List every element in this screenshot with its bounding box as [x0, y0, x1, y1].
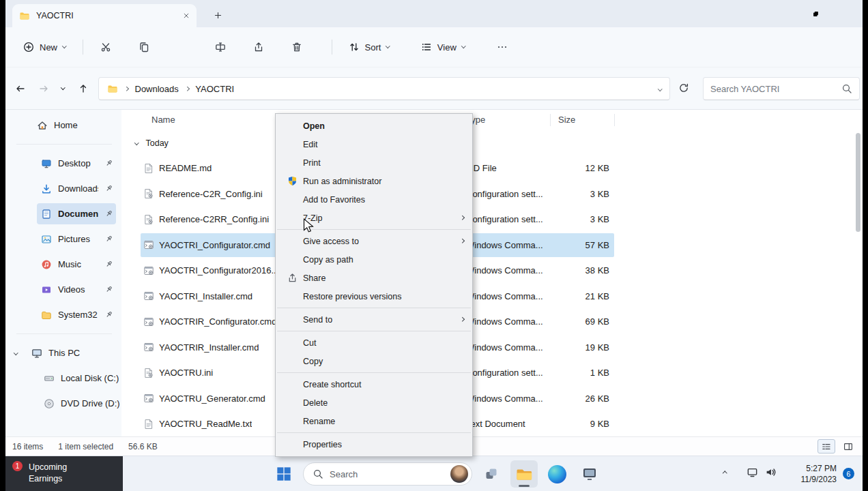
taskbar-clock[interactable]: 5:27 PM 11/9/2023: [801, 463, 837, 485]
file-name: README.md: [159, 155, 212, 181]
paste-button[interactable]: [169, 35, 195, 59]
app-taskbar-button[interactable]: [576, 460, 603, 488]
sidebar-item-system32[interactable]: System32: [5, 302, 121, 327]
hidden-icons-chevron-icon[interactable]: [723, 471, 727, 475]
column-separator[interactable]: [550, 114, 551, 126]
context-menu-item-open[interactable]: Open: [276, 117, 472, 135]
sidebar-item-videos[interactable]: Videos: [5, 277, 121, 302]
menu-item-label: Run as administrator: [303, 177, 381, 186]
file-row[interactable]: YAOCTRI_Installer.cmd Windows Comma... 2…: [121, 284, 863, 310]
taskbar-search[interactable]: Search: [303, 462, 472, 486]
context-menu-item-send-to[interactable]: Send to: [276, 310, 472, 329]
new-button-label: New: [40, 42, 57, 53]
more-options-button[interactable]: [489, 35, 515, 59]
column-header-name[interactable]: Name: [151, 110, 175, 130]
context-menu-item-properties[interactable]: Properties: [276, 435, 472, 453]
search-box[interactable]: [703, 77, 860, 100]
sidebar-item-local-disk-c[interactable]: Local Disk (C:): [5, 366, 121, 391]
context-menu-item-copy[interactable]: Copy: [276, 352, 472, 370]
sidebar-item-music[interactable]: Music: [5, 252, 121, 277]
sidebar-item-desktop[interactable]: Desktop: [5, 151, 121, 176]
delete-button[interactable]: [284, 35, 310, 59]
notification-count-badge[interactable]: 6: [843, 468, 854, 479]
sidebar-item-documents[interactable]: Documents: [5, 201, 121, 226]
share-button[interactable]: [246, 35, 272, 59]
view-button[interactable]: View: [414, 35, 472, 59]
copy-button[interactable]: [131, 35, 157, 59]
rename-button[interactable]: [207, 35, 233, 59]
vertical-scrollbar[interactable]: [856, 115, 860, 430]
context-menu-item-add-to-favorites[interactable]: Add to Favorites: [276, 190, 472, 209]
restore-button[interactable]: [800, 0, 831, 27]
expand-chevron-icon[interactable]: [14, 351, 18, 355]
details-view-button[interactable]: [818, 439, 835, 453]
address-dropdown-chevron-icon[interactable]: [658, 87, 662, 91]
pin-icon: [104, 260, 113, 269]
address-bar[interactable]: Downloads YAOCTRI: [98, 77, 670, 100]
context-menu-item-edit[interactable]: Edit: [276, 135, 472, 153]
sidebar-item-this-pc[interactable]: This PC: [5, 340, 121, 366]
context-menu-item-share[interactable]: Share: [276, 269, 472, 287]
file-row[interactable]: Reference-C2R_Config.ini Configuration s…: [121, 181, 863, 207]
menu-separator: [277, 372, 471, 373]
file-row[interactable]: YAOCTRU_Generator.cmd Windows Comma... 2…: [121, 386, 863, 412]
forward-button[interactable]: [38, 83, 49, 94]
file-row[interactable]: YAOCTRI_Configurator2016... Windows Comm…: [121, 258, 863, 284]
widgets-button[interactable]: 1 Upcoming Earnings: [5, 456, 123, 491]
large-icons-view-button[interactable]: [839, 439, 857, 453]
file-row[interactable]: YAOCTRIR_Installer.cmd Windows Comma... …: [121, 335, 863, 361]
breadcrumb-downloads[interactable]: Downloads: [135, 84, 179, 94]
context-menu-item-copy-as-path[interactable]: Copy as path: [276, 250, 472, 269]
sidebar-item-downloads[interactable]: Downloads: [5, 176, 121, 201]
menu-item-label: Send to: [303, 315, 332, 325]
start-button[interactable]: [270, 460, 298, 488]
up-button[interactable]: [78, 83, 89, 94]
task-view-button[interactable]: [478, 460, 505, 488]
collapse-chevron-icon[interactable]: [134, 140, 139, 145]
context-menu-item-rename[interactable]: Rename: [276, 412, 472, 430]
file-row[interactable]: YAOCTRIR_Configurator.cmd Windows Comma.…: [121, 309, 863, 335]
file-row[interactable]: YAOCTRU_ReadMe.txt Text Document 9 KB: [121, 411, 863, 437]
file-row-selected[interactable]: YAOCTRI_Configurator.cmd Windows Comma..…: [121, 233, 863, 258]
file-row[interactable]: README.md MD File 12 KB: [121, 155, 863, 181]
file-explorer-taskbar-button[interactable]: [510, 460, 538, 488]
column-separator[interactable]: [614, 114, 615, 126]
context-menu-item-run-as-administrator[interactable]: Run as administrator: [276, 172, 472, 190]
cut-button[interactable]: [93, 35, 119, 59]
address-bar-row: Downloads YAOCTRI: [5, 68, 863, 110]
scrollbar-thumb[interactable]: [856, 133, 860, 232]
refresh-button[interactable]: [678, 83, 689, 93]
new-button[interactable]: New: [16, 35, 73, 59]
sidebar-item-pictures[interactable]: Pictures: [5, 226, 121, 252]
explorer-tab[interactable]: YAOCTRI: [12, 4, 197, 27]
sidebar-item-dvd-drive-d[interactable]: DVD Drive (D:): [5, 391, 121, 416]
new-tab-button[interactable]: [210, 8, 225, 23]
file-size: 21 KB: [524, 284, 609, 310]
search-highlight-avatar[interactable]: [450, 465, 468, 483]
breadcrumb-current[interactable]: YAOCTRI: [195, 84, 234, 94]
context-menu-item-give-access-to[interactable]: Give access to: [276, 232, 472, 250]
file-row[interactable]: Reference-C2RR_Config.ini Configuration …: [121, 207, 863, 233]
context-menu-item-delete[interactable]: Delete: [276, 393, 472, 412]
group-header-today[interactable]: Today: [121, 130, 863, 155]
sidebar-item-home[interactable]: Home: [5, 113, 121, 138]
edge-icon: [548, 465, 566, 483]
menu-item-label: Open: [303, 121, 325, 131]
recent-locations-chevron-icon[interactable]: [61, 85, 65, 89]
tab-close-icon[interactable]: [183, 12, 190, 19]
context-menu-item-print[interactable]: Print: [276, 153, 472, 172]
back-button[interactable]: [15, 83, 26, 94]
column-header-size[interactable]: Size: [558, 110, 575, 130]
edge-taskbar-button[interactable]: [543, 460, 570, 488]
sort-button[interactable]: Sort: [342, 35, 396, 59]
close-button[interactable]: [831, 0, 863, 27]
sidebar-item-label: Videos: [58, 284, 98, 295]
context-menu-item-restore-previous-versions[interactable]: Restore previous versions: [276, 287, 472, 306]
context-menu-item-cut[interactable]: Cut: [276, 333, 472, 352]
minimize-button[interactable]: [768, 0, 800, 27]
search-input[interactable]: [710, 84, 841, 94]
system-tray[interactable]: [747, 466, 777, 478]
file-size: 9 KB: [524, 411, 609, 437]
file-row[interactable]: YAOCTRU.ini Configuration sett... 1 KB: [121, 360, 863, 386]
context-menu-item-create-shortcut[interactable]: Create shortcut: [276, 375, 472, 393]
